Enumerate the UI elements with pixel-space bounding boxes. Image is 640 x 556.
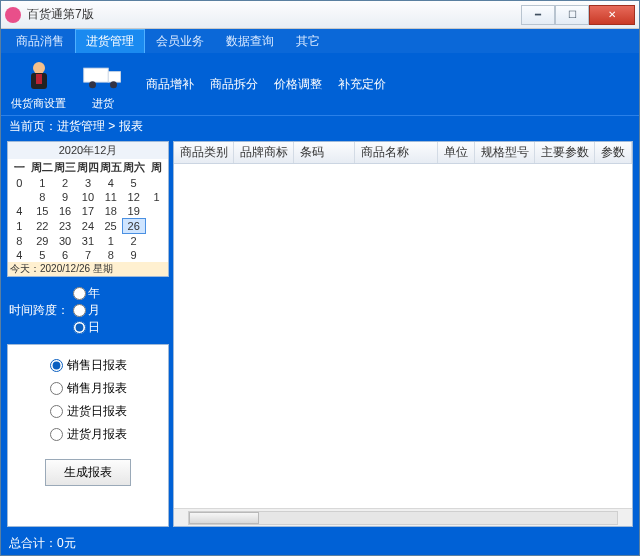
svg-point-6 <box>110 81 117 88</box>
calendar-day[interactable]: 29 <box>31 234 54 249</box>
timespan-option-月[interactable]: 月 <box>73 302 100 319</box>
menu-4[interactable]: 其它 <box>285 29 331 53</box>
calendar-day[interactable]: 2 <box>54 176 77 190</box>
menu-2[interactable]: 会员业务 <box>145 29 215 53</box>
calendar-day[interactable] <box>145 234 168 249</box>
calendar-day[interactable]: 4 <box>8 204 31 219</box>
column-header-4[interactable]: 单位 <box>438 142 475 163</box>
timespan-label: 时间跨度： <box>9 302 69 319</box>
calendar-day[interactable]: 6 <box>54 248 77 262</box>
titlebar: 百货通第7版 ━ ☐ ✕ <box>1 1 639 29</box>
svg-point-5 <box>89 81 96 88</box>
menu-0[interactable]: 商品消售 <box>5 29 75 53</box>
calendar-day[interactable]: 8 <box>99 248 122 262</box>
breadcrumb: 当前页：进货管理 > 报表 <box>1 115 639 137</box>
column-header-7[interactable]: 参数 <box>595 142 632 163</box>
svg-rect-3 <box>84 68 109 82</box>
generate-report-button[interactable]: 生成报表 <box>45 459 131 486</box>
calendar-day[interactable]: 9 <box>54 190 77 204</box>
calendar-day[interactable]: 26 <box>122 219 145 234</box>
calendar-day[interactable]: 8 <box>8 234 31 249</box>
calendar-day[interactable]: 7 <box>77 248 100 262</box>
calendar-day[interactable]: 16 <box>54 204 77 219</box>
calendar-day[interactable]: 8 <box>31 190 54 204</box>
column-header-1[interactable]: 品牌商标 <box>234 142 294 163</box>
calendar-day[interactable]: 2 <box>122 234 145 249</box>
calendar-day[interactable]: 22 <box>31 219 54 234</box>
status-bar: 总合计：0元 <box>1 531 639 555</box>
column-header-5[interactable]: 规格型号 <box>475 142 535 163</box>
calendar-day[interactable] <box>145 204 168 219</box>
calendar-day[interactable] <box>8 190 31 204</box>
maximize-button[interactable]: ☐ <box>555 5 589 25</box>
scrollbar-thumb[interactable] <box>189 512 259 524</box>
calendar-day[interactable]: 1 <box>99 234 122 249</box>
calendar-day[interactable]: 10 <box>77 190 100 204</box>
column-header-0[interactable]: 商品类别 <box>174 142 234 163</box>
toolbar-purchase[interactable]: 进货 <box>78 56 128 113</box>
person-icon <box>18 58 60 94</box>
toolbar-link-2[interactable]: 价格调整 <box>274 76 322 93</box>
toolbar-supplier-label: 供货商设置 <box>11 96 66 111</box>
close-button[interactable]: ✕ <box>589 5 635 25</box>
svg-rect-2 <box>36 74 42 84</box>
toolbar-link-3[interactable]: 补充定价 <box>338 76 386 93</box>
calendar-day[interactable]: 19 <box>122 204 145 219</box>
menu-3[interactable]: 数据查询 <box>215 29 285 53</box>
calendar-day[interactable]: 1 <box>145 190 168 204</box>
report-option-0[interactable]: 销售日报表 <box>50 357 127 374</box>
minimize-button[interactable]: ━ <box>521 5 555 25</box>
toolbar-supplier[interactable]: 供货商设置 <box>7 56 70 113</box>
column-header-6[interactable]: 主要参数 <box>535 142 595 163</box>
calendar-title: 2020年12月 <box>8 142 168 159</box>
horizontal-scrollbar[interactable] <box>174 508 632 526</box>
calendar-day[interactable] <box>145 176 168 190</box>
menubar: 商品消售进货管理会员业务数据查询其它 <box>1 29 639 53</box>
svg-point-0 <box>33 62 45 74</box>
calendar-day[interactable]: 17 <box>77 204 100 219</box>
report-panel: 销售日报表销售月报表进货日报表进货月报表 生成报表 <box>7 344 169 527</box>
report-option-1[interactable]: 销售月报表 <box>50 380 127 397</box>
calendar-day[interactable]: 1 <box>8 219 31 234</box>
timespan-option-年[interactable]: 年 <box>73 285 100 302</box>
menu-1[interactable]: 进货管理 <box>75 29 145 53</box>
calendar-day[interactable]: 0 <box>8 176 31 190</box>
toolbar-link-0[interactable]: 商品增补 <box>146 76 194 93</box>
calendar-day[interactable]: 3 <box>77 176 100 190</box>
calendar-footer[interactable]: 今天：2020/12/26 星期 <box>8 262 168 276</box>
calendar-day[interactable] <box>145 219 168 234</box>
timespan-row: 时间跨度： 年月日 <box>7 283 169 338</box>
calendar-day[interactable]: 5 <box>122 176 145 190</box>
svg-rect-4 <box>108 71 120 82</box>
data-grid[interactable]: 商品类别品牌商标条码商品名称单位规格型号主要参数参数 <box>173 141 633 527</box>
calendar-day[interactable]: 30 <box>54 234 77 249</box>
calendar-day[interactable]: 12 <box>122 190 145 204</box>
calendar-day[interactable] <box>145 248 168 262</box>
toolbar: 供货商设置 进货 商品增补商品拆分价格调整补充定价 <box>1 53 639 115</box>
calendar-day[interactable]: 9 <box>122 248 145 262</box>
window-title: 百货通第7版 <box>27 6 521 23</box>
timespan-option-日[interactable]: 日 <box>73 319 100 336</box>
calendar-day[interactable]: 24 <box>77 219 100 234</box>
calendar-day[interactable]: 18 <box>99 204 122 219</box>
report-option-3[interactable]: 进货月报表 <box>50 426 127 443</box>
calendar[interactable]: 2020年12月 一周二周三周四周五周六周0123458910111214151… <box>7 141 169 277</box>
calendar-day[interactable]: 23 <box>54 219 77 234</box>
calendar-day[interactable]: 15 <box>31 204 54 219</box>
app-icon <box>5 7 21 23</box>
calendar-day[interactable]: 4 <box>8 248 31 262</box>
column-header-2[interactable]: 条码 <box>294 142 355 163</box>
grid-body <box>174 164 632 508</box>
calendar-day[interactable]: 25 <box>99 219 122 234</box>
truck-icon <box>82 58 124 94</box>
toolbar-link-1[interactable]: 商品拆分 <box>210 76 258 93</box>
calendar-day[interactable]: 31 <box>77 234 100 249</box>
calendar-day[interactable]: 4 <box>99 176 122 190</box>
calendar-day[interactable]: 1 <box>31 176 54 190</box>
toolbar-purchase-label: 进货 <box>92 96 114 111</box>
column-header-3[interactable]: 商品名称 <box>355 142 438 163</box>
report-option-2[interactable]: 进货日报表 <box>50 403 127 420</box>
calendar-day[interactable]: 5 <box>31 248 54 262</box>
calendar-day[interactable]: 11 <box>99 190 122 204</box>
